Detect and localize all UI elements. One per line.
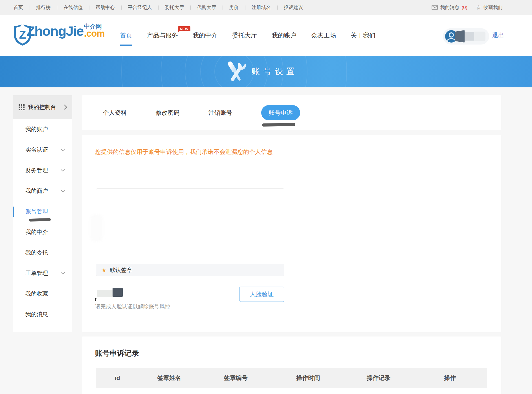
favorite-us-label: 收藏我们 — [483, 4, 503, 11]
face-verification-button[interactable]: 人脸验证 — [239, 287, 284, 302]
svg-text:Z: Z — [19, 28, 26, 41]
redaction-mark — [95, 298, 96, 301]
logout-link[interactable]: 退出 — [492, 31, 504, 39]
column-header-actions: 操作 — [413, 374, 487, 382]
appeal-records-card: 账号申诉记录 id 签章姓名 签章编号 操作时间 操作记录 操作 — [82, 337, 501, 394]
messages-count: (0) — [461, 5, 467, 10]
nav-item-products-label: 产品与服务 — [147, 32, 178, 39]
appeal-records-title: 账号申诉记录 — [95, 348, 139, 358]
utility-link-home[interactable]: 首页 — [14, 4, 30, 11]
face-verification-hint: 请完成人脸认证以解除账号风控 — [95, 303, 170, 310]
sidebar-item-finance[interactable]: 财务管理 — [13, 160, 72, 181]
nav-item-products[interactable]: 产品与服务 NEW — [147, 31, 178, 40]
sidebar-item-work-orders[interactable]: 工单管理 — [13, 263, 72, 284]
sidebar-item-my-merchant[interactable]: 我的商户 — [13, 181, 72, 201]
tools-wrench-icon — [225, 60, 247, 83]
user-account-pill[interactable] — [443, 28, 489, 45]
tab-close-account[interactable]: 注销账号 — [208, 109, 232, 117]
main-header: Z ZhongJie 中介网 .com 首页 产品与服务 NEW 我的中介 委托… — [0, 15, 532, 56]
signature-footer: ★ 默认签章 — [96, 264, 284, 276]
redaction-block — [113, 288, 123, 297]
nav-item-my-account[interactable]: 我的账户 — [272, 31, 296, 40]
sidebar-item-label: 我的商户 — [25, 187, 48, 195]
chevron-down-icon — [60, 148, 65, 151]
sidebar-item-label: 我的委托 — [25, 249, 48, 256]
sidebar-item-my-favorites[interactable]: 我的收藏 — [13, 284, 72, 304]
sidebar-item-label: 账号管理 — [25, 208, 48, 215]
sidebar-item-label: 我的中介 — [25, 228, 48, 236]
utility-link-help[interactable]: 帮助中心 — [89, 4, 121, 11]
sidebar-item-my-agency[interactable]: 我的中介 — [13, 222, 72, 242]
logo-tld-text: .com — [84, 29, 105, 38]
annotation-underline-sidebar-item — [29, 218, 51, 222]
sidebar-item-label: 实名认证 — [25, 146, 48, 154]
column-header-id: id — [96, 375, 139, 381]
sidebar-console-header[interactable]: 我的控制台 — [13, 95, 72, 119]
my-messages-label: 我的消息 — [440, 4, 459, 11]
redaction-block — [97, 290, 113, 297]
nav-item-about-us[interactable]: 关于我们 — [351, 31, 375, 40]
sidebar-item-label: 我的消息 — [25, 311, 48, 318]
page-title: 账号设置 — [252, 66, 298, 77]
nav-item-my-agency[interactable]: 我的中介 — [193, 31, 217, 40]
utility-link-brokers[interactable]: 平台经纪人 — [121, 4, 158, 11]
column-header-signature-number: 签章编号 — [200, 374, 272, 382]
utility-link-valuation[interactable]: 在线估值 — [57, 4, 89, 11]
redacted-username-block — [455, 30, 465, 43]
sidebar-item-my-account[interactable]: 我的账户 — [13, 119, 72, 140]
sidebar: 我的控制台 我的账户 实名认证 财务管理 我的商户 账号管理 我的中介 我的委托… — [13, 95, 72, 332]
annotation-underline-active-tab — [262, 123, 295, 127]
privacy-notice: 您提供的信息仅用于账号申诉使用，我们承诺不会泄漏您的个人信息 — [95, 148, 273, 156]
favorite-us-link[interactable]: ☆ 收藏我们 — [476, 4, 503, 11]
column-header-operation-time: 操作时间 — [272, 374, 344, 382]
new-badge: NEW — [178, 26, 190, 31]
chevron-right-icon — [64, 104, 67, 110]
nav-item-workshop[interactable]: 众杰工场 — [311, 31, 336, 40]
chevron-down-icon — [60, 272, 65, 275]
tab-account-appeal[interactable]: 账号申诉 — [261, 105, 300, 120]
chevron-down-icon — [60, 189, 65, 192]
redacted-username-block — [474, 32, 485, 41]
sidebar-item-label: 我的收藏 — [25, 290, 48, 298]
column-header-operation-record: 操作记录 — [344, 374, 413, 382]
sidebar-item-my-entrust[interactable]: 我的委托 — [13, 242, 72, 263]
utility-link-ranking[interactable]: 排行榜 — [30, 4, 57, 11]
nav-item-home[interactable]: 首页 — [120, 31, 132, 40]
sidebar-item-realname-auth[interactable]: 实名认证 — [13, 140, 72, 160]
redacted-username-block — [465, 32, 474, 41]
star-outline-icon: ☆ — [476, 5, 481, 10]
tab-change-password[interactable]: 修改密码 — [156, 109, 179, 117]
signature-card[interactable]: ★ 默认签章 — [96, 188, 284, 276]
utility-link-domain-register[interactable]: 注册域名 — [245, 4, 277, 11]
utility-link-entrust-hall[interactable]: 委托大厅 — [158, 4, 190, 11]
sidebar-item-label: 我的账户 — [25, 125, 48, 133]
default-star-icon: ★ — [101, 267, 107, 273]
utility-link-price[interactable]: 房价 — [223, 4, 245, 11]
my-messages-link[interactable]: 我的消息 (0) — [432, 4, 467, 11]
page-banner: 账号设置 — [0, 56, 532, 87]
sidebar-item-label: 工单管理 — [25, 269, 48, 277]
envelope-icon — [432, 5, 438, 10]
utility-link-purchase-hall[interactable]: 代购大厅 — [190, 4, 223, 11]
nav-item-entrust-hall[interactable]: 委托大厅 — [232, 31, 257, 40]
sidebar-item-label: 财务管理 — [25, 167, 48, 174]
default-signature-label: 默认签章 — [110, 266, 132, 274]
redacted-signer-name — [97, 288, 123, 297]
sidebar-item-my-messages[interactable]: 我的消息 — [13, 304, 72, 325]
sidebar-console-label: 我的控制台 — [28, 103, 56, 111]
logo-brand-text: ZhongJie — [27, 25, 83, 38]
records-table-header: id 签章姓名 签章编号 操作时间 操作记录 操作 — [96, 368, 487, 388]
chevron-down-icon — [60, 169, 65, 172]
utility-link-complaint[interactable]: 投诉建议 — [277, 4, 309, 11]
utility-bar: 首页 排行榜 在线估值 帮助中心 平台经纪人 委托大厅 代购大厅 房价 注册域名… — [0, 0, 532, 15]
utility-links: 首页 排行榜 在线估值 帮助中心 平台经纪人 委托大厅 代购大厅 房价 注册域名… — [14, 4, 309, 11]
redacted-signature-patch — [92, 217, 101, 239]
account-appeal-card: 您提供的信息仅用于账号申诉使用，我们承诺不会泄漏您的个人信息 ★ 默认签章 人脸… — [82, 135, 501, 332]
tab-personal-info[interactable]: 个人资料 — [103, 109, 127, 117]
site-logo[interactable]: Z ZhongJie 中介网 .com — [12, 23, 105, 46]
grid-icon — [19, 104, 25, 110]
column-header-signer-name: 签章姓名 — [139, 374, 200, 382]
primary-nav: 首页 产品与服务 NEW 我的中介 委托大厅 我的账户 众杰工场 关于我们 — [120, 15, 375, 56]
